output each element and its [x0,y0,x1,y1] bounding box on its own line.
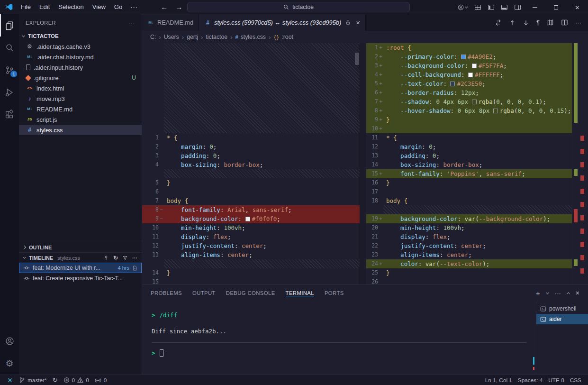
close-icon[interactable]: × [356,19,360,26]
more-actions-icon[interactable]: ··· [575,19,581,26]
diff-original-pane[interactable]: 1* {2 margin: 0;3 padding: 0;4 box-sizin… [142,43,360,284]
terminal-session-aider[interactable]: aider [536,314,588,324]
tab-inactive[interactable]: M↓README.md [142,14,199,31]
panel-tab-ports[interactable]: PORTS [325,290,344,296]
ports-status[interactable]: 0 [92,375,110,385]
panel-tab-problems[interactable]: PROBLEMS [151,290,182,296]
menu-view[interactable]: View [88,0,110,14]
panel-tab-debug-console[interactable]: DEBUG CONSOLE [226,290,275,296]
git-branch-status[interactable]: master* [16,375,50,385]
terminal[interactable]: >/diffDiff since aebfa2b...> [142,301,536,375]
code-line[interactable]: 6 [142,187,360,196]
code-line[interactable]: 16} [366,178,572,187]
code-line[interactable]: 17 [366,187,572,196]
file-item[interactable]: M↓.aider.chat.history.md [19,52,142,62]
file-item[interactable]: ♪move.mp3 [19,93,142,104]
code-line[interactable]: 4 box-sizing: border-box; [142,160,360,169]
cursor-position[interactable]: Ln 1, Col 1 [482,375,515,385]
code-line[interactable]: 11 display: flex; [142,232,360,241]
toggle-panel-button[interactable] [498,0,511,14]
breadcrumb-item[interactable]: C: [150,34,156,40]
account-menu-button[interactable] [454,0,471,14]
menu-edit[interactable]: Edit [35,0,54,14]
code-line[interactable]: 3 padding: 0; [142,151,360,160]
code-line[interactable]: 9− background-color: #f0f0f0; [142,214,360,223]
breadcrumb-file[interactable]: #styles.css [235,34,266,40]
tab-active[interactable]: #styles.css (59970cd5) ↔ styles.css (93e… [199,14,366,31]
timeline-item[interactable]: feat: Modernize UI with r...4 hrs [19,263,142,273]
command-center[interactable]: tictactoe [187,2,410,12]
remote-indicator[interactable] [4,375,16,385]
toggle-sidebar-button[interactable] [484,0,498,14]
code-line[interactable]: 4+ --cell-background: #FFFFFF; [366,70,572,79]
minimize-button[interactable] [524,0,545,14]
language-mode[interactable]: CSS [567,375,584,385]
encoding[interactable]: UTF-8 [545,375,567,385]
code-line[interactable]: 24+ color: var(--text-color); [366,259,572,268]
account-button[interactable] [0,330,19,352]
code-line[interactable]: 9+} [366,115,572,124]
filter-icon[interactable] [122,255,128,261]
chevron-up-icon[interactable] [567,292,570,295]
terminal-session-powershell[interactable]: powershell [536,303,588,314]
code-line[interactable]: 5} [142,178,360,187]
terminal-line[interactable]: >/diff [152,311,536,320]
code-line[interactable]: 25} [366,268,572,277]
activity-source-control[interactable]: 1 [0,59,19,81]
scrollbar-thumb[interactable] [355,53,359,65]
code-line[interactable]: 6+ --border-radius: 12px; [366,88,572,97]
toggle-secondary-sidebar-button[interactable] [511,0,524,14]
close-panel-icon[interactable]: × [576,290,579,296]
split-editor-icon[interactable] [561,19,568,26]
diff-sash[interactable] [360,43,366,284]
activity-extensions[interactable] [0,103,19,126]
more-actions-icon[interactable]: ··· [132,255,137,261]
code-line[interactable]: 2+ --primary-color: #4A90E2; [366,52,572,61]
more-actions-icon[interactable]: ··· [128,20,135,26]
next-change-icon[interactable] [523,19,529,26]
terminal-line[interactable]: > [152,348,536,358]
customize-layout-button[interactable] [471,0,484,14]
breadcrumb-item[interactable]: Users [164,34,179,40]
code-line[interactable]: 26 [366,277,572,284]
code-line[interactable]: 15+ font-family: 'Poppins', sans-serif; [366,169,572,178]
code-line[interactable]: 14} [142,268,360,277]
swap-sides-icon[interactable] [495,19,502,26]
back-icon[interactable]: ← [161,3,168,11]
previous-change-icon[interactable] [509,19,516,26]
code-line[interactable]: 20 min-height: 100vh; [366,223,572,232]
refresh-icon[interactable]: ↻ [113,255,118,261]
breadcrumb-symbol[interactable]: {}:root [273,34,293,40]
code-line[interactable]: 8− font-family: Arial, sans-serif; [142,205,360,214]
code-line[interactable]: 13 padding: 0; [366,151,572,160]
code-line[interactable]: 5+ --text-color: #2C3E50; [366,79,572,88]
activity-run-debug[interactable] [0,81,19,103]
code-line[interactable]: 8+ --hover-shadow: 0 6px 8px rgba(0, 0, … [366,106,572,115]
code-line[interactable]: 14 box-sizing: border-box; [366,160,572,169]
code-line[interactable]: 18body { [366,196,572,205]
code-line[interactable]: 1* { [142,133,360,142]
whitespace-icon[interactable]: ¶ [536,19,540,26]
activity-search[interactable] [0,37,19,59]
problems-status[interactable]: 0 0 [61,375,92,385]
menu-selection[interactable]: Selection [54,0,88,14]
new-terminal-icon[interactable]: + [536,290,540,297]
file-item[interactable]: <>index.html [19,83,142,93]
code-line[interactable]: 15 [142,277,360,284]
file-item[interactable]: .aider.input.history [19,62,142,73]
file-item[interactable]: ⚙.aider.tags.cache.v3 [19,41,142,52]
activity-explorer[interactable] [0,14,19,37]
forward-icon[interactable]: → [175,3,182,11]
file-item[interactable]: M↓README.md [19,104,142,114]
code-line[interactable]: 7body { [142,196,360,205]
more-actions-icon[interactable]: ··· [555,290,561,297]
file-item[interactable]: .gitignoreU [19,73,142,83]
file-item[interactable]: #styles.css [19,125,142,135]
menu-go[interactable]: Go [110,0,127,14]
breadcrumb-item[interactable]: gertj [187,34,198,40]
map-icon[interactable] [547,19,554,26]
pin-icon[interactable] [103,255,109,261]
timeline-item[interactable]: feat: Create responsive Tic-Tac-T... [19,273,142,284]
code-line[interactable]: 11* { [366,133,572,142]
panel-tab-terminal[interactable]: TERMINAL [286,290,314,296]
